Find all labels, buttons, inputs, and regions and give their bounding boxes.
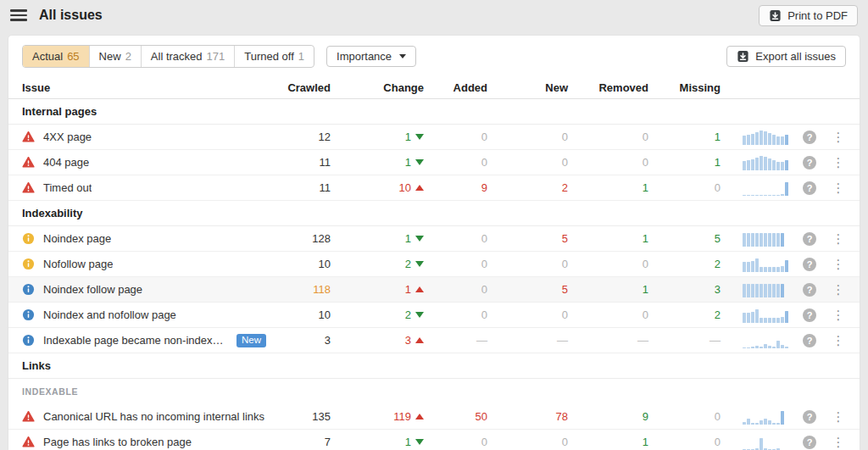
crawled-value: 10 bbox=[271, 308, 331, 321]
importance-label: Importance bbox=[337, 50, 392, 63]
added-value: — bbox=[424, 334, 487, 347]
added-value: 0 bbox=[424, 308, 487, 321]
change-value: 119 bbox=[331, 410, 424, 423]
help-icon[interactable]: ? bbox=[803, 283, 816, 297]
issue-row-timed-out[interactable]: Timed out11 10 9210?⋮ bbox=[8, 175, 860, 201]
removed-value: 0 bbox=[568, 308, 648, 321]
tab-count: 1 bbox=[298, 50, 304, 63]
help-icon[interactable]: ? bbox=[803, 131, 816, 144]
removed-value: 1 bbox=[568, 283, 648, 296]
kebab-menu-icon[interactable]: ⋮ bbox=[829, 307, 849, 323]
issue-name-cell: Noindex page bbox=[22, 232, 271, 245]
change-value: 1 bbox=[331, 436, 424, 448]
filter-toolbar: Actual65New2All tracked171Turned off1 Im… bbox=[8, 36, 860, 76]
issue-label: Nofollow page bbox=[43, 258, 113, 270]
info-yellow-icon bbox=[22, 232, 35, 245]
kebab-menu-icon[interactable]: ⋮ bbox=[829, 256, 849, 272]
change-value: 3 bbox=[331, 334, 424, 347]
change-value: 10 bbox=[331, 181, 424, 194]
help-icon[interactable]: ? bbox=[803, 436, 816, 449]
print-to-pdf-button[interactable]: Print to PDF bbox=[759, 5, 858, 26]
trend-down-arrow-icon bbox=[415, 439, 424, 445]
trend-up-arrow-icon bbox=[415, 286, 424, 292]
tab-turned-off[interactable]: Turned off1 bbox=[234, 46, 314, 67]
kebab-menu-icon[interactable]: ⋮ bbox=[829, 154, 849, 170]
issue-row-canonical-url-has-no-incoming-internal-links[interactable]: Canonical URL has no incoming internal l… bbox=[8, 404, 860, 430]
removed-value: 1 bbox=[568, 232, 648, 245]
removed-value: — bbox=[568, 334, 648, 347]
tab-label: Turned off bbox=[244, 50, 294, 63]
issue-name-cell: Noindex and nofollow page bbox=[22, 308, 271, 321]
issue-row-noindex-and-nofollow-page[interactable]: Noindex and nofollow page10 2 0002?⋮ bbox=[8, 303, 860, 328]
kebab-menu-icon[interactable]: ⋮ bbox=[829, 180, 849, 196]
issue-row-4xx-page[interactable]: 4XX page12 1 0001?⋮ bbox=[8, 125, 860, 150]
issue-name-cell: Nofollow page bbox=[22, 258, 271, 270]
missing-value: — bbox=[648, 334, 721, 347]
issue-row-404-page[interactable]: 404 page11 1 0001?⋮ bbox=[8, 150, 860, 175]
issue-row-noindex-page[interactable]: Noindex page128 1 0515?⋮ bbox=[8, 226, 860, 252]
missing-value: 0 bbox=[648, 436, 721, 448]
kebab-menu-icon[interactable]: ⋮ bbox=[829, 332, 849, 348]
tab-label: All tracked bbox=[151, 50, 203, 63]
crawled-value: 11 bbox=[271, 181, 331, 194]
removed-value: 0 bbox=[568, 156, 648, 169]
help-icon[interactable]: ? bbox=[803, 410, 816, 424]
issue-name-cell: Timed out bbox=[22, 181, 271, 194]
added-value: 0 bbox=[424, 283, 487, 296]
help-icon[interactable]: ? bbox=[803, 181, 816, 195]
info-blue-icon bbox=[22, 334, 35, 347]
warning-icon bbox=[22, 436, 35, 448]
all-issues-card: Actual65New2All tracked171Turned off1 Im… bbox=[8, 36, 860, 450]
new-value: 5 bbox=[487, 232, 568, 245]
section-header-links: Links bbox=[8, 353, 860, 379]
help-icon[interactable]: ? bbox=[803, 232, 816, 246]
tab-count: 65 bbox=[67, 50, 79, 63]
new-value: 0 bbox=[487, 131, 568, 143]
help-icon[interactable]: ? bbox=[803, 258, 816, 271]
missing-value: 2 bbox=[648, 258, 721, 270]
issue-row-indexable-page-became-non-indexable[interactable]: Indexable page became non-indexableNew3 … bbox=[8, 328, 860, 353]
help-icon[interactable]: ? bbox=[803, 334, 816, 347]
trend-up-arrow-icon bbox=[415, 185, 424, 191]
new-badge: New bbox=[236, 334, 266, 347]
column-header-issue: Issue bbox=[22, 81, 271, 94]
history-sparkline bbox=[721, 307, 793, 323]
issue-row-nofollow-page[interactable]: Nofollow page10 2 0002?⋮ bbox=[8, 252, 860, 277]
tab-new[interactable]: New2 bbox=[89, 46, 141, 67]
column-header-missing: Missing bbox=[648, 81, 721, 94]
kebab-menu-icon[interactable]: ⋮ bbox=[829, 129, 849, 145]
help-icon[interactable]: ? bbox=[803, 308, 816, 322]
help-icon[interactable]: ? bbox=[803, 156, 816, 169]
history-sparkline bbox=[721, 180, 793, 196]
removed-value: 1 bbox=[568, 436, 648, 448]
issue-name-cell: Indexable page became non-indexableNew bbox=[22, 334, 271, 347]
removed-value: 0 bbox=[568, 258, 648, 270]
issue-label: Noindex follow page bbox=[43, 283, 142, 296]
issue-name-cell: Page has links to broken page bbox=[22, 436, 271, 448]
page-title: All issues bbox=[39, 8, 103, 23]
export-all-issues-button[interactable]: Export all issues bbox=[726, 46, 846, 67]
tab-all-tracked[interactable]: All tracked171 bbox=[141, 46, 234, 67]
export-all-issues-label: Export all issues bbox=[755, 50, 836, 63]
issue-row-noindex-follow-page[interactable]: Noindex follow page118 1 0513?⋮ bbox=[8, 277, 860, 303]
kebab-menu-icon[interactable]: ⋮ bbox=[829, 231, 849, 247]
issue-label: Indexable page became non-indexable bbox=[43, 334, 228, 347]
issue-row-page-has-links-to-broken-page[interactable]: Page has links to broken page7 1 0010?⋮ bbox=[8, 430, 860, 450]
kebab-menu-icon[interactable]: ⋮ bbox=[829, 281, 849, 297]
column-header-new: New bbox=[487, 81, 568, 94]
new-value: 78 bbox=[487, 410, 568, 423]
trend-down-arrow-icon bbox=[415, 134, 424, 140]
crawled-value: 128 bbox=[271, 232, 331, 245]
importance-dropdown[interactable]: Importance bbox=[326, 46, 416, 67]
warning-icon bbox=[22, 156, 35, 169]
kebab-menu-icon[interactable]: ⋮ bbox=[829, 408, 849, 425]
issue-filter-tab-group: Actual65New2All tracked171Turned off1 bbox=[22, 45, 314, 68]
history-sparkline bbox=[721, 332, 793, 348]
hamburger-menu-icon[interactable] bbox=[10, 8, 27, 22]
new-value: 2 bbox=[487, 181, 568, 194]
trend-up-arrow-icon bbox=[415, 414, 424, 419]
tab-actual[interactable]: Actual65 bbox=[23, 46, 89, 67]
warning-icon bbox=[22, 410, 35, 423]
kebab-menu-icon[interactable]: ⋮ bbox=[829, 434, 849, 450]
crawled-value: 118 bbox=[271, 283, 331, 296]
